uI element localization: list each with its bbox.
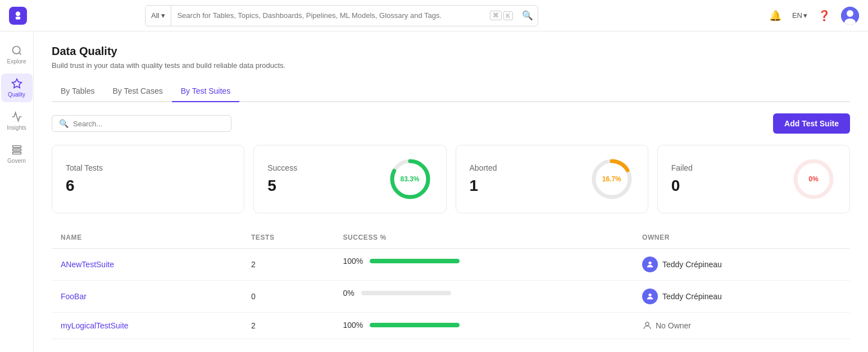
table-header-row: NAME TESTS SUCCESS % OWNER <box>52 227 850 249</box>
aborted-value: 1 <box>470 177 497 195</box>
help-icon[interactable]: ❓ <box>816 8 832 24</box>
col-header-owner: OWNER <box>633 227 850 249</box>
page-title: Data Quality <box>52 45 850 58</box>
table-row: FooBar00%Teddy Crépineau <box>52 281 850 313</box>
table-row: myLogicalTestSuite2100%No Owner <box>52 313 850 339</box>
svg-rect-1 <box>16 16 20 19</box>
logo[interactable] <box>9 7 27 25</box>
progress-bar-2 <box>370 323 460 327</box>
stat-card-success: Success 5 83.3% <box>253 145 446 213</box>
search-button[interactable]: 🔍 <box>517 10 538 21</box>
row-success-2: 100% <box>334 313 633 337</box>
insights-icon <box>11 111 22 122</box>
global-search-bar: All ▾ ⌘ K 🔍 <box>145 5 538 26</box>
stat-card-total-tests: Total Tests 6 <box>52 145 244 213</box>
svg-line-6 <box>19 53 21 55</box>
search-type-dropdown[interactable]: All ▾ <box>146 6 171 26</box>
sidebar-item-quality[interactable]: Quality <box>1 74 33 102</box>
svg-point-18 <box>646 322 649 326</box>
failed-value: 0 <box>671 177 693 195</box>
failed-pct-label: 0% <box>808 175 818 183</box>
row-tests-2: 2 <box>242 313 334 339</box>
stat-card-aborted: Aborted 1 16.7% <box>456 145 648 213</box>
row-name-0: ANewTestSuite <box>52 249 242 281</box>
row-tests-0: 2 <box>242 249 334 281</box>
tab-by-test-cases[interactable]: By Test Cases <box>103 81 171 102</box>
svg-rect-9 <box>12 152 21 154</box>
svg-rect-7 <box>12 146 21 148</box>
topnav-right: 🔔 EN ▾ ❓ <box>767 7 859 25</box>
total-tests-label: Total Tests <box>66 163 103 172</box>
owner-name-0: Teddy Crépineau <box>662 260 722 269</box>
sidebar-item-govern[interactable]: Govern <box>1 140 33 168</box>
no-owner-label-2: No Owner <box>656 321 691 330</box>
notifications-icon[interactable]: 🔔 <box>767 8 783 24</box>
success-value: 5 <box>267 177 297 195</box>
main-content: Data Quality Build trust in your data wi… <box>34 31 868 352</box>
suite-link-0[interactable]: ANewTestSuite <box>61 260 114 269</box>
sidebar-item-insights[interactable]: Insights <box>1 107 33 135</box>
tab-bar: By Tables By Test Cases By Test Suites <box>52 81 850 102</box>
search-input[interactable] <box>171 11 485 20</box>
aborted-label: Aborted <box>470 163 497 172</box>
owner-name-1: Teddy Crépineau <box>662 292 722 301</box>
suite-search-field[interactable]: 🔍 <box>52 115 231 132</box>
total-tests-value: 6 <box>66 177 103 195</box>
add-test-suite-button[interactable]: Add Test Suite <box>773 113 850 134</box>
success-donut: 83.3% <box>388 157 433 202</box>
owner-cell-1: Teddy Crépineau <box>642 289 841 304</box>
page-subtitle: Build trust in your data with quality te… <box>52 61 850 70</box>
govern-icon <box>11 144 22 156</box>
top-navigation: All ▾ ⌘ K 🔍 🔔 EN ▾ ❓ <box>0 0 868 31</box>
test-suites-table: NAME TESTS SUCCESS % OWNER ANewTestSuite… <box>52 227 850 339</box>
owner-avatar-0 <box>642 257 658 272</box>
user-avatar[interactable] <box>841 7 859 25</box>
svg-point-17 <box>648 294 651 296</box>
success-pct-text-1: 0% <box>343 289 354 298</box>
svg-point-0 <box>16 11 20 16</box>
aborted-pct-label: 16.7% <box>602 175 621 183</box>
stats-row: Total Tests 6 Success 5 83.3% Aborted <box>52 145 850 213</box>
row-name-1: FooBar <box>52 281 242 313</box>
sidebar-item-explore[interactable]: Explore <box>1 40 33 69</box>
search-icon: 🔍 <box>59 119 69 128</box>
tab-by-tables[interactable]: By Tables <box>52 81 103 102</box>
tab-by-test-suites[interactable]: By Test Suites <box>172 81 239 102</box>
owner-cell-0: Teddy Crépineau <box>642 257 841 272</box>
progress-bar-0 <box>370 259 460 263</box>
col-header-tests: TESTS <box>242 227 334 249</box>
quality-icon <box>11 78 22 89</box>
language-selector[interactable]: EN ▾ <box>792 11 807 20</box>
row-tests-1: 0 <box>242 281 334 313</box>
row-success-1: 0% <box>334 281 633 305</box>
suite-search-input[interactable] <box>73 120 224 128</box>
col-header-success: SUCCESS % <box>334 227 633 249</box>
owner-avatar-1 <box>642 289 658 304</box>
explore-icon <box>11 45 22 56</box>
avatar-image <box>841 7 859 25</box>
suite-link-1[interactable]: FooBar <box>61 292 87 301</box>
row-owner-0: Teddy Crépineau <box>633 249 850 281</box>
logo-icon <box>12 10 24 21</box>
suite-link-2[interactable]: myLogicalTestSuite <box>61 321 129 330</box>
success-pct-label: 83.3% <box>400 175 419 183</box>
chevron-down-icon: ▾ <box>161 11 165 20</box>
stat-card-failed: Failed 0 0% <box>657 145 850 213</box>
row-success-0: 100% <box>334 249 633 273</box>
keyboard-hint: ⌘ K <box>485 11 517 20</box>
aborted-donut: 16.7% <box>589 157 634 202</box>
lang-chevron-icon: ▾ <box>803 11 807 20</box>
row-owner-2: No Owner <box>633 313 850 339</box>
action-row: 🔍 Add Test Suite <box>52 113 850 134</box>
row-owner-1: Teddy Crépineau <box>633 281 850 313</box>
progress-bar-wrap-2 <box>370 323 460 327</box>
failed-label: Failed <box>671 163 693 172</box>
row-name-2: myLogicalTestSuite <box>52 313 242 339</box>
failed-donut: 0% <box>791 157 836 202</box>
success-label: Success <box>267 163 297 172</box>
no-owner-cell-2: No Owner <box>642 321 841 331</box>
svg-rect-8 <box>12 149 21 150</box>
success-pct-text-0: 100% <box>343 257 363 266</box>
progress-bar-wrap-1 <box>361 291 451 295</box>
svg-point-16 <box>648 262 651 264</box>
